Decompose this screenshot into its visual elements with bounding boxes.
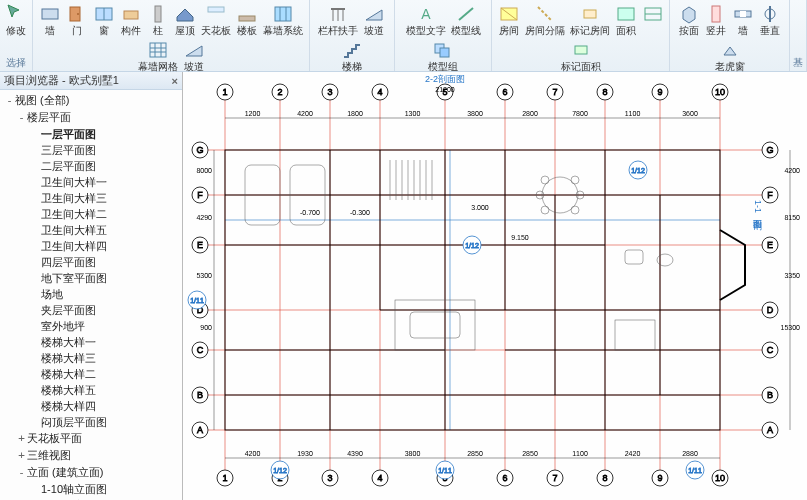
tree-node[interactable]: 楼梯大样五 bbox=[0, 382, 182, 398]
tree-node[interactable]: 场地 bbox=[0, 286, 182, 302]
svg-text:A: A bbox=[197, 425, 203, 435]
atag-button[interactable]: 标记面积 bbox=[559, 38, 603, 73]
svg-rect-32 bbox=[575, 46, 587, 54]
tree-node[interactable]: 楼梯大样二 bbox=[0, 366, 182, 382]
shaft-button[interactable]: 竖井 bbox=[703, 2, 729, 37]
ramp-button[interactable]: 坡道 bbox=[181, 38, 207, 73]
tree-node[interactable]: 闷顶层平面图 bbox=[0, 414, 182, 430]
svg-text:E: E bbox=[197, 240, 203, 250]
vert-button[interactable]: 垂直 bbox=[757, 2, 783, 37]
svg-rect-7 bbox=[208, 7, 224, 12]
tree-node[interactable]: 楼梯大样一 bbox=[0, 334, 182, 350]
svg-text:21200: 21200 bbox=[435, 86, 455, 93]
tree-node[interactable]: 三层平面图 bbox=[0, 142, 182, 158]
svg-text:1/11: 1/11 bbox=[438, 467, 452, 474]
ribbon-group: 房间房间分隔标记房间面积标记面积房间和面积 bbox=[492, 0, 670, 71]
svg-text:D: D bbox=[767, 305, 774, 315]
tree-node[interactable]: 四层平面图 bbox=[0, 254, 182, 270]
curtain-icon bbox=[272, 3, 294, 25]
tree-node[interactable]: 卫生间大样一 bbox=[0, 174, 182, 190]
column-button[interactable]: 柱 bbox=[145, 2, 171, 37]
tree-root[interactable]: -视图 (全部) bbox=[0, 92, 182, 109]
mullion-button[interactable]: 幕墙网格 bbox=[136, 38, 180, 73]
tree-node[interactable]: 楼梯大样三 bbox=[0, 350, 182, 366]
room-button[interactable]: 房间 bbox=[496, 2, 522, 37]
shaft-icon bbox=[705, 3, 727, 25]
svg-text:C: C bbox=[197, 345, 204, 355]
svg-text:4200: 4200 bbox=[297, 110, 313, 117]
svg-text:1: 1 bbox=[222, 87, 227, 97]
svg-rect-148 bbox=[395, 300, 475, 350]
wall-button[interactable]: 墙 bbox=[37, 2, 63, 37]
mline-button[interactable]: 模型线 bbox=[449, 2, 483, 37]
svg-point-2 bbox=[77, 13, 79, 15]
group-label: 选择 bbox=[6, 55, 26, 71]
tree-node[interactable]: +天花板平面 bbox=[0, 430, 182, 447]
drawing-canvas[interactable]: 1122334455667788991010GGFFEEDDCCBBAA1200… bbox=[183, 72, 807, 500]
tree-node[interactable]: 夹层平面图 bbox=[0, 302, 182, 318]
tree-node[interactable]: 一层平面图 bbox=[0, 126, 182, 142]
svg-line-27 bbox=[538, 7, 552, 21]
ceiling-icon bbox=[205, 3, 227, 25]
svg-text:3800: 3800 bbox=[405, 450, 421, 457]
svg-text:A: A bbox=[421, 6, 431, 22]
close-icon[interactable]: × bbox=[172, 75, 178, 87]
browser-title: 项目浏览器 - 欧式别墅1 bbox=[4, 73, 119, 88]
component-icon bbox=[120, 3, 142, 25]
face-button[interactable]: 按面 bbox=[676, 2, 702, 37]
svg-text:1/12: 1/12 bbox=[273, 467, 287, 474]
svg-text:8: 8 bbox=[602, 473, 607, 483]
tree-node[interactable]: +三维视图 bbox=[0, 447, 182, 464]
svg-text:15300: 15300 bbox=[781, 324, 801, 331]
svg-text:1200: 1200 bbox=[245, 110, 261, 117]
component-button[interactable]: 构件 bbox=[118, 2, 144, 37]
tree-node[interactable]: 室外地坪 bbox=[0, 318, 182, 334]
tree-node[interactable]: -楼层平面 bbox=[0, 109, 182, 126]
svg-rect-150 bbox=[615, 320, 655, 350]
tree-node[interactable]: -立面 (建筑立面) bbox=[0, 464, 182, 481]
tree-node[interactable]: 二层平面图 bbox=[0, 158, 182, 174]
tree-node[interactable]: 卫生间大样二 bbox=[0, 206, 182, 222]
tree-node[interactable]: 地下室平面图 bbox=[0, 270, 182, 286]
group-label: 基 bbox=[793, 55, 803, 71]
svg-text:4200: 4200 bbox=[784, 167, 800, 174]
svg-text:1: 1 bbox=[222, 473, 227, 483]
sel-button[interactable]: 修改 bbox=[3, 2, 29, 37]
area2-button[interactable] bbox=[640, 2, 666, 37]
room-icon bbox=[498, 3, 520, 25]
mline-icon bbox=[455, 3, 477, 25]
stair-button[interactable]: 楼梯 bbox=[339, 38, 365, 73]
tree-node[interactable]: 卫生间大样三 bbox=[0, 190, 182, 206]
roof-button[interactable]: 屋顶 bbox=[172, 2, 198, 37]
tree-node[interactable]: 楼梯大样四 bbox=[0, 398, 182, 414]
column-icon bbox=[147, 3, 169, 25]
svg-point-144 bbox=[541, 206, 549, 214]
door-icon bbox=[66, 3, 88, 25]
svg-rect-149 bbox=[410, 312, 460, 338]
tree-node[interactable]: 1-10轴立面图 bbox=[0, 481, 182, 497]
svg-text:1/11: 1/11 bbox=[688, 467, 702, 474]
mgroup-button[interactable]: 模型组 bbox=[426, 38, 460, 73]
svg-rect-9 bbox=[275, 7, 291, 21]
door-button[interactable]: 门 bbox=[64, 2, 90, 37]
svg-point-160 bbox=[657, 254, 673, 266]
window-button[interactable]: 窗 bbox=[91, 2, 117, 37]
rsep-button[interactable]: 房间分隔 bbox=[523, 2, 567, 37]
dormer-icon bbox=[719, 39, 741, 61]
curtain-button[interactable]: 幕墙系统 bbox=[261, 2, 305, 37]
svg-text:1-1剖面图: 1-1剖面图 bbox=[753, 200, 763, 231]
area2-icon bbox=[642, 3, 664, 25]
dormer-button[interactable]: 老虎窗 bbox=[713, 38, 747, 73]
owall-button[interactable]: 墙 bbox=[730, 2, 756, 37]
ribbon-group: 按面竖井墙垂直老虎窗洞口 bbox=[670, 0, 790, 71]
area-button[interactable]: 面积 bbox=[613, 2, 639, 37]
svg-text:10: 10 bbox=[715, 87, 725, 97]
ceiling-button[interactable]: 天花板 bbox=[199, 2, 233, 37]
tree-node[interactable]: 卫生间大样五 bbox=[0, 222, 182, 238]
mtext-button[interactable]: A模型文字 bbox=[404, 2, 448, 37]
rail-button[interactable]: 栏杆扶手 bbox=[316, 2, 360, 37]
rtag-button[interactable]: 标记房间 bbox=[568, 2, 612, 37]
tree-node[interactable]: 卫生间大样四 bbox=[0, 238, 182, 254]
ramp2-button[interactable]: 坡道 bbox=[361, 2, 387, 37]
floor-button[interactable]: 楼板 bbox=[234, 2, 260, 37]
